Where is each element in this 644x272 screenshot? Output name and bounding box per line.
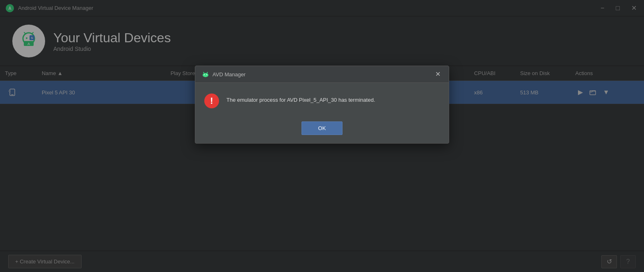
dialog-message: The emulator process for AVD Pixel_5_API… (226, 93, 375, 104)
svg-text:!: ! (210, 96, 213, 106)
svg-point-17 (204, 74, 205, 75)
dialog-header: AVD Manager ✕ (195, 66, 449, 83)
dialog-overlay: AVD Manager ✕ ! The emulator process for… (0, 0, 644, 272)
error-icon: ! (203, 93, 220, 109)
svg-line-20 (207, 72, 208, 73)
svg-line-19 (203, 72, 204, 73)
dialog-body: ! The emulator process for AVD Pixel_5_A… (195, 83, 449, 117)
ok-button[interactable]: OK (301, 121, 343, 135)
dialog-android-icon (202, 71, 209, 78)
dialog-close-button[interactable]: ✕ (434, 70, 442, 78)
svg-point-16 (203, 73, 208, 77)
dialog-footer: OK (195, 117, 449, 143)
svg-point-18 (206, 74, 207, 75)
dialog-title: AVD Manager (212, 71, 430, 78)
avd-manager-dialog: AVD Manager ✕ ! The emulator process for… (195, 66, 449, 144)
